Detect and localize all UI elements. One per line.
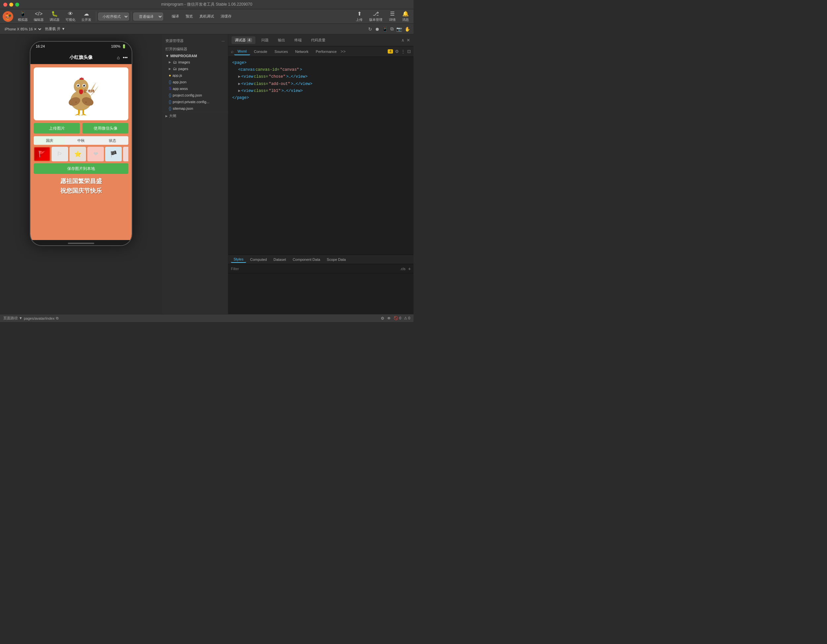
dt-tab-sources[interactable]: Sources — [271, 48, 291, 55]
filter-input[interactable] — [231, 267, 397, 271]
debugger-button[interactable]: 🐛 调试器 — [47, 9, 62, 23]
path-label[interactable]: 页面路径 ▼ — [3, 316, 22, 321]
tab-status[interactable]: 状态 — [97, 136, 128, 145]
close-button[interactable] — [3, 3, 7, 6]
dock-icon[interactable]: ⊡ — [407, 49, 411, 54]
tab-terminal[interactable]: 终端 — [291, 36, 305, 44]
refresh-icon[interactable]: ↻ — [368, 26, 372, 32]
window-controls[interactable] — [3, 3, 19, 6]
outline-label: 大纲 — [169, 114, 176, 118]
tab-guoqing[interactable]: 国庆 — [34, 136, 65, 145]
path-value: pages/avatar/index — [24, 316, 55, 320]
file-tree: ▶ 🗂 images ▶ 🗂 pages ● app.js {} app.jso… — [162, 59, 228, 112]
sticker-5[interactable]: 🏴 — [105, 147, 122, 161]
file-projectprivate[interactable]: {} project.private.config... — [162, 98, 228, 105]
version-button[interactable]: ⎇ 版本管理 — [367, 10, 384, 23]
upload-image-button[interactable]: 上传图片 — [34, 123, 80, 134]
sticker-1[interactable]: 🚩 — [34, 147, 50, 161]
screenshot-icon[interactable]: 📷 — [396, 26, 402, 32]
miniprogram-root[interactable]: ▼ MINIPROGRAM — [162, 53, 228, 59]
settings-icon[interactable]: ⚙ — [395, 49, 399, 54]
outline-section[interactable]: ▶ 大纲 — [162, 112, 228, 120]
xml-line-4[interactable]: ▶ <view class= "add-out" >…</view> — [232, 81, 410, 88]
sticker-2[interactable]: 🏳 — [51, 147, 68, 161]
hotreload-toggle[interactable]: 热重载 开 ▼ — [45, 26, 65, 31]
tab-output[interactable]: 输出 — [275, 36, 289, 44]
chevron-up-icon[interactable]: ∧ — [401, 38, 404, 43]
open-editors-section[interactable]: 打开的编辑器 — [162, 45, 228, 53]
style-tab-scope-data[interactable]: Scope Data — [324, 257, 348, 263]
phone-menu-icon[interactable]: ••• — [123, 55, 128, 60]
file-images[interactable]: ▶ 🗂 images — [162, 59, 228, 65]
style-tab-component-data[interactable]: Component Data — [290, 257, 323, 263]
xml-line-3[interactable]: ▶ <view class= "chose" >…</view> — [232, 73, 410, 80]
sticker-3[interactable]: ⭐ — [69, 147, 86, 161]
sticker-6[interactable]: 🎗 — [123, 147, 128, 161]
style-tab-computed[interactable]: Computed — [247, 257, 270, 263]
detail-button[interactable]: ☰ 详情 — [387, 10, 398, 23]
style-tab-styles[interactable]: Styles — [231, 256, 246, 263]
js-icon: ● — [169, 73, 171, 78]
more-options-icon[interactable]: ⋮ — [401, 49, 405, 54]
tab-code-quality[interactable]: 代码质量 — [307, 36, 329, 44]
clear-button[interactable]: 清缓存 — [219, 13, 233, 20]
dt-tab-wxml[interactable]: Wxml — [234, 48, 250, 55]
file-label: images — [178, 60, 190, 64]
visual-button[interactable]: 👁 可视化 — [63, 9, 78, 23]
minimize-button[interactable] — [9, 3, 13, 6]
pan-icon[interactable]: ✋ — [404, 26, 410, 32]
tab-issues[interactable]: 问题 — [258, 36, 272, 44]
add-class-button[interactable]: + — [408, 266, 411, 271]
phone-frame-icon[interactable]: 📱 — [382, 26, 388, 32]
warning-count: ⚠ 0 — [404, 316, 410, 320]
copy-path-icon[interactable]: ⧉ — [56, 316, 59, 320]
save-button[interactable]: 保存图片到本地 — [34, 163, 128, 174]
xml-line-2: <canvas canvas-id= "canvas" > — [232, 67, 410, 73]
phone-home-icon[interactable]: ⌂ — [117, 55, 120, 60]
record-icon[interactable]: ⏺ — [375, 26, 379, 32]
compile-select[interactable]: 普通编译 — [133, 12, 163, 20]
maximize-button[interactable] — [15, 3, 19, 6]
simulator-button[interactable]: 📱 模拟器 — [15, 9, 30, 23]
editor-button[interactable]: </> 编辑器 — [31, 9, 46, 23]
tab-zhongqiu[interactable]: 中秋 — [65, 136, 97, 145]
file-appwxss[interactable]: S app.wxss — [162, 85, 228, 92]
file-projectconfig[interactable]: {} project.config.json — [162, 92, 228, 98]
collapse-arrow[interactable]: ▶ — [238, 88, 240, 94]
inspect-icon[interactable]: ⌕ — [231, 49, 234, 54]
device-select[interactable]: iPhone X 85% 16 ✕ — [3, 27, 42, 31]
sticker-4[interactable]: ❤ — [87, 147, 104, 161]
tab-debugger[interactable]: 调试器 4 — [232, 36, 255, 44]
dt-tab-performance[interactable]: Performance — [313, 48, 340, 55]
cls-label: .cls — [400, 267, 406, 271]
battery-icon: 🔋 — [122, 44, 126, 48]
upload-button[interactable]: ⬆ 上传 — [354, 10, 365, 23]
wechat-avatar-button[interactable]: 使用微信头像 — [83, 123, 128, 134]
eye-icon[interactable]: 👁 — [387, 316, 391, 321]
dt-tab-console[interactable]: Console — [251, 48, 271, 55]
file-appjs[interactable]: ● app.js — [162, 72, 228, 79]
copy-icon[interactable]: ⧉ — [390, 26, 394, 32]
file-sitemap[interactable]: {} sitemap.json — [162, 105, 228, 112]
preview-button[interactable]: 预览 — [184, 13, 194, 20]
real-debug-button[interactable]: 真机调试 — [198, 13, 215, 20]
file-pages[interactable]: ▶ 🗂 pages — [162, 65, 228, 72]
settings-icon[interactable]: ⚙ — [381, 316, 384, 321]
titlebar: miniprogram - 微信开发者工具 Stable 1.06.220907… — [0, 0, 414, 9]
xml-line-5[interactable]: ▶ <view class= "lb1" >…</view> — [232, 88, 410, 95]
close-panel-icon[interactable]: ✕ — [407, 38, 410, 43]
dt-tab-network[interactable]: Network — [292, 48, 312, 55]
mode-select[interactable]: 小程序模式 — [98, 12, 129, 20]
wish-line2: 祝您国庆节快乐 — [30, 186, 132, 196]
cloud-button[interactable]: ☁ 云开发 — [79, 9, 94, 23]
xml-line-1: <page> — [232, 59, 410, 67]
compile-button[interactable]: 编译 — [170, 13, 180, 20]
style-tab-dataset[interactable]: Dataset — [271, 257, 289, 263]
collapse-arrow[interactable]: ▶ — [238, 81, 240, 87]
message-button[interactable]: 🔔 消息 — [400, 10, 411, 23]
devtools-toolbar: ⌕ Wxml Console Sources Network Performan… — [228, 46, 414, 57]
file-panel-menu-icon[interactable]: ··· — [222, 39, 225, 43]
collapse-arrow[interactable]: ▶ — [238, 74, 240, 80]
more-tabs-icon[interactable]: >> — [341, 49, 346, 54]
file-appjson[interactable]: {} app.json — [162, 79, 228, 85]
